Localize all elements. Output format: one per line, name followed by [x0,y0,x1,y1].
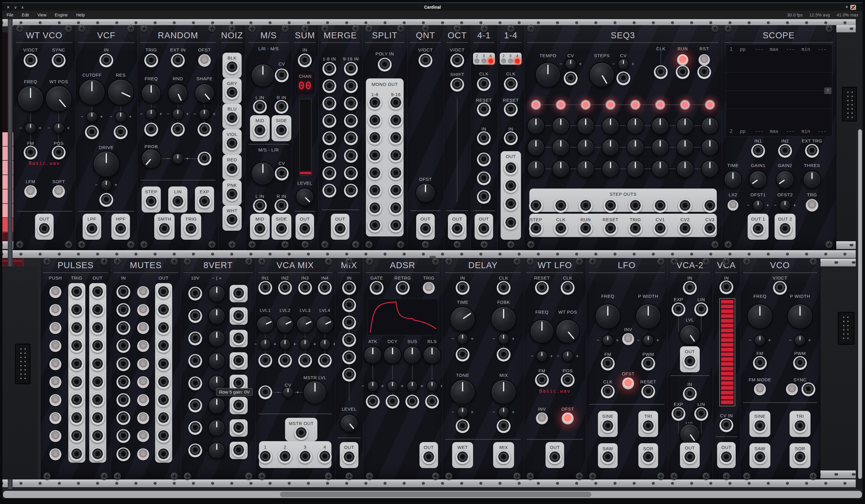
vca2-14-jack[interactable] [672,407,685,421]
seq3-36-knob[interactable] [577,138,595,156]
ms-7-jack[interactable] [275,100,288,114]
seq3-49-knob[interactable] [701,160,719,178]
wht-output-jack[interactable] [225,213,239,227]
delay-18-jack[interactable] [456,419,470,433]
random-11-knob[interactable] [194,83,215,104]
mutes-23-jack[interactable] [157,285,170,299]
seq3-57-jack[interactable] [678,199,692,213]
delay-11-jack[interactable] [497,348,510,362]
smth-output-jack[interactable] [158,222,171,236]
vcamix-15-knob[interactable] [316,315,334,333]
merge-15-jack[interactable] [344,149,358,163]
wtvco-3-jack[interactable] [52,54,66,67]
seq3-69-jack[interactable] [554,222,568,236]
pulses-19-jack[interactable] [70,358,83,371]
seq3-52-jack[interactable] [554,199,568,213]
vca-4-jack[interactable] [719,419,733,432]
mutes-12-jack[interactable] [116,447,130,461]
lpf-output-jack[interactable] [85,222,99,236]
vco-13-button[interactable] [754,383,766,395]
vcamix-25-jack[interactable] [258,386,272,399]
random-20-trim-knob[interactable] [172,153,184,165]
red-output-jack[interactable] [225,162,239,176]
random-4-jack[interactable] [171,54,185,67]
vco-6-trim-knob[interactable] [754,335,766,346]
mutes-6-jack[interactable] [116,339,130,353]
vcamix-7-jack[interactable] [318,281,332,295]
split-16-jack[interactable] [389,149,403,163]
seq3-35-knob[interactable] [552,138,570,156]
pulses-31-jack[interactable] [91,393,104,407]
vcamix-31-jack[interactable] [294,426,308,440]
seq3-51-jack[interactable] [529,199,543,213]
merge-4-jack[interactable] [322,97,336,110]
vcf-6-trim-knob[interactable] [86,111,98,123]
vert8-15-knob[interactable] [208,397,226,414]
vcamix-20-jack[interactable] [258,354,272,367]
vco-4-knob[interactable] [747,304,773,329]
m41-2-jack[interactable] [477,77,491,91]
vert8-8-jack[interactable] [188,421,202,435]
mutes-17-button[interactable] [137,358,149,370]
vert8-3-jack[interactable] [188,309,202,323]
pulses-24-jack[interactable] [70,447,83,461]
vert8-24-output-jack[interactable] [232,421,245,435]
pulses-17-jack[interactable] [70,321,83,335]
wtlfo-13-jack[interactable] [561,373,575,387]
maximize-button[interactable]: ∧ [21,5,24,10]
ms-3-jack[interactable] [275,69,289,82]
vca2-17-knob[interactable] [679,423,700,444]
mutes-29-jack[interactable] [157,393,170,407]
seq3-27-knob[interactable] [552,117,570,135]
split-19-jack[interactable] [389,201,403,215]
pulses-21-jack[interactable] [70,393,83,407]
mutes-7-jack[interactable] [116,358,130,371]
adsr-20-jack[interactable] [385,395,400,409]
pulses-11-button[interactable] [49,394,61,406]
adsr-11-knob[interactable] [364,346,382,364]
vcamix-5-jack[interactable] [278,281,292,295]
wtvco-6-knob[interactable] [17,85,44,112]
vert8-11-knob[interactable] [208,307,226,325]
m14-8-jack[interactable] [504,161,518,175]
ms-14-jack[interactable] [275,167,289,180]
scope-22-button[interactable] [806,199,818,212]
seq3-20-led-button[interactable] [580,99,591,110]
mix-1-jack[interactable] [342,281,356,295]
vco-9-jack[interactable] [753,356,767,370]
pulses-25-jack[interactable] [91,285,104,299]
random-10-knob[interactable] [168,83,188,104]
ms-2-knob[interactable] [251,63,275,87]
lfo-3-knob[interactable] [635,304,661,329]
pulses-6-button[interactable] [49,304,61,316]
qnt-4-knob[interactable] [415,183,436,203]
scope-13-knob[interactable] [776,170,794,189]
delay-19-jack[interactable] [497,419,510,433]
vca2-7-knob[interactable] [679,324,700,345]
split-8-jack[interactable] [368,149,382,163]
seq3-15-jack[interactable] [654,65,668,79]
merge-16-jack[interactable] [344,166,358,180]
random-16-jack[interactable] [171,123,185,137]
mix-5-jack[interactable] [342,350,356,364]
vcamix-13-knob[interactable] [276,315,294,333]
wtlfo-3-jack[interactable] [561,281,575,295]
scope-20-trim-knob[interactable] [780,200,791,211]
random-3-jack[interactable] [144,54,158,67]
seq3-74-jack[interactable] [678,222,692,236]
vert8-7-jack[interactable] [188,399,202,412]
vcamix-18-trim-knob[interactable] [299,339,311,350]
seq3-48-knob[interactable] [676,160,694,178]
seq3-53-jack[interactable] [579,199,592,213]
out-output-jack[interactable] [37,222,51,236]
side-output-jack[interactable] [275,124,288,137]
seq3-46-knob[interactable] [626,160,644,178]
vcamix-40-jack[interactable] [318,450,332,464]
split-9-jack[interactable] [368,166,382,180]
ms-17-jack[interactable] [253,199,267,213]
pulses-13-button[interactable] [49,430,61,442]
mid-output-jack[interactable] [253,222,267,236]
adsr-3-jack[interactable] [370,281,383,295]
seq3-42-knob[interactable] [527,160,545,178]
seq3-26-knob[interactable] [527,117,545,135]
